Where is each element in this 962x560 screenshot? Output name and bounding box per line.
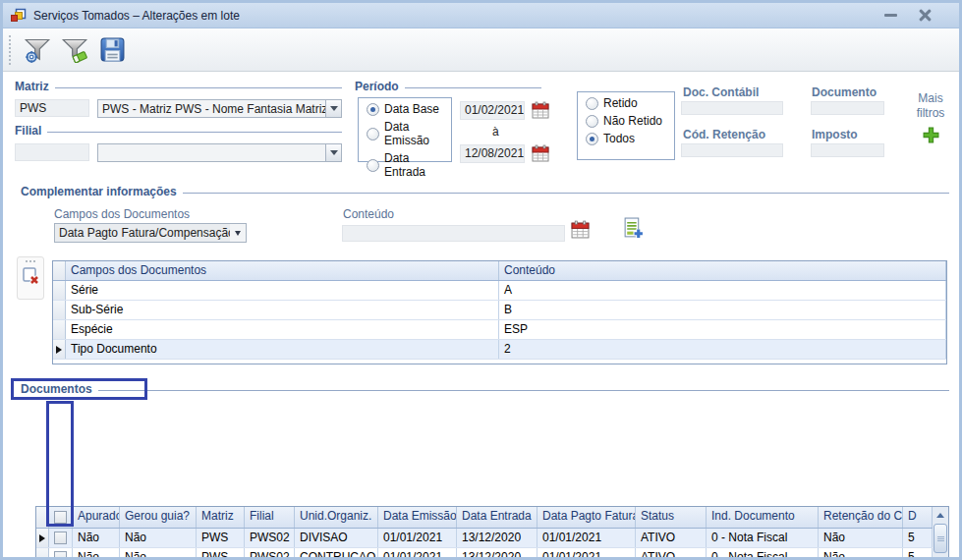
column-header[interactable]: Conteúdo [499,261,946,280]
row-checkbox-cell[interactable] [49,529,73,547]
radio-option-retido[interactable]: Retido [586,96,674,110]
row-checkbox[interactable] [54,532,67,544]
column-header-d[interactable]: D [903,507,933,528]
select-all-checkbox[interactable] [54,511,67,524]
grid-cell[interactable]: B [499,301,946,319]
column-header-data-emissao[interactable]: Data Emissão [378,507,457,528]
campos-grid-row[interactable]: Tipo Documento2 [53,340,946,360]
minimize-button[interactable] [884,14,897,17]
filial-combo[interactable] [97,143,342,162]
grid-cell[interactable]: PWS02 [245,529,295,547]
grid-cell[interactable]: Não [73,548,120,560]
grid-cell[interactable]: CONTRUCAO [295,548,378,560]
campos-grid-row[interactable]: SérieA [53,281,946,301]
column-header-retencao-do-ce[interactable]: Retenção do CE [819,507,903,528]
grid-cell[interactable]: Espécie [66,320,499,339]
vertical-scrollbar[interactable] [933,507,948,560]
scroll-up-button[interactable] [934,508,947,522]
campos-grid-row[interactable]: EspécieESP [53,320,946,340]
grid-cell[interactable]: 0 - Nota Fiscal [707,548,819,560]
save-button[interactable] [95,33,129,67]
documentos-grid-row[interactable]: NãoNãoPWSPWS02CONTRUCAO01/01/202113/12/2… [36,548,933,560]
column-header[interactable]: Campos dos Documentos [66,261,499,280]
conteudo-field[interactable] [342,225,565,242]
remove-row-button[interactable] [21,266,40,290]
grid-cell[interactable]: Série [66,281,499,300]
grid-cell[interactable]: 13/12/2020 [457,548,538,560]
row-selector[interactable] [36,529,49,547]
row-selector[interactable] [53,301,66,319]
radio-option-todos[interactable]: Todos [586,132,674,145]
documento-field[interactable] [811,101,884,115]
radio-icon-nao-retido[interactable] [586,115,598,128]
matriz-code-field[interactable]: PWS [15,99,89,117]
radio-option-data-base[interactable]: Data Base [367,102,451,116]
grid-cell[interactable]: 01/01/2021 [538,548,636,560]
grid-cell[interactable]: 01/01/2021 [378,548,457,560]
grid-cell[interactable]: 01/01/2021 [378,529,457,547]
filter-clear-button[interactable] [58,33,91,67]
grid-cell[interactable]: DIVISAO [295,529,378,547]
radio-icon-retido[interactable] [586,97,598,110]
vertical-scroll-thumb[interactable] [934,524,947,553]
column-header-data-pagto-fatura[interactable]: Data Pagto Fatura [538,507,636,528]
column-header-unid-organiz[interactable]: Unid.Organiz. [295,507,378,528]
close-button[interactable] [919,9,932,22]
radio-option-nao-retido[interactable]: Não Retido [586,114,674,128]
row-selector[interactable] [53,340,66,359]
grid-cell[interactable]: Não [819,548,903,560]
row-selector[interactable] [53,281,66,300]
grid-cell[interactable]: Não [120,548,197,560]
grid-cell[interactable]: 5 [903,529,933,547]
grid-cell[interactable]: Sub-Série [66,301,499,319]
grid-cell[interactable]: 13/12/2020 [457,529,538,547]
mais-filtros-button[interactable] [923,127,939,147]
add-field-button[interactable] [622,217,645,244]
grid-cell[interactable]: 01/01/2021 [538,529,636,547]
grid-cell[interactable]: ESP [499,320,946,339]
grid-cell[interactable]: ATIVO [636,529,707,547]
column-header-filial[interactable]: Filial [245,507,295,528]
column-header-status[interactable]: Status [636,507,707,528]
filial-combo-dropdown-icon[interactable] [325,144,341,161]
date-to-field[interactable]: 12/08/2021 [460,144,525,163]
documentos-grid-row[interactable]: NãoNãoPWSPWS02DIVISAO01/01/202113/12/202… [36,529,933,548]
campos-grid-row[interactable]: Sub-SérieB [53,301,946,320]
imposto-field[interactable] [811,143,884,157]
grid-cell[interactable]: Não [73,529,120,547]
campos-documentos-combo[interactable]: Data Pagto Fatura/Compensação [54,223,247,243]
radio-option-data-entrada[interactable]: Data Entrada [367,151,451,179]
select-all-cell[interactable] [49,507,73,528]
column-header-gerou-guia[interactable]: Gerou guia? [120,507,197,528]
radio-icon-data-base[interactable] [367,103,379,116]
radio-option-data-emissao[interactable]: Data Emissão [367,120,451,147]
date-from-calendar-button[interactable] [532,101,549,123]
grid-cell[interactable]: Tipo Documento [66,340,499,359]
grid-cell[interactable]: PWS [197,548,245,560]
grid-cell[interactable]: A [499,281,946,300]
row-checkbox[interactable] [54,551,67,560]
grid-cell[interactable]: ATIVO [636,548,707,560]
filial-code-field[interactable] [15,143,89,161]
column-header-data-entrada[interactable]: Data Entrada [457,507,538,528]
grid-cell[interactable]: 0 - Nota Fiscal [707,529,819,547]
matriz-combo-dropdown-icon[interactable] [325,100,341,117]
grid-cell[interactable]: PWS [197,529,245,547]
date-from-field[interactable]: 01/02/2021 [460,101,525,120]
grid-cell[interactable]: PWS02 [245,548,295,560]
radio-icon-data-emissao[interactable] [367,128,379,140]
matriz-combo[interactable]: PWS - Matriz PWS - Nome Fantasia Matriz … [97,99,342,118]
column-header-apurado[interactable]: Apurado [73,507,120,528]
row-selector[interactable] [53,320,66,339]
filter-search-button[interactable] [21,33,54,67]
radio-icon-todos[interactable] [586,133,598,145]
grid-cell[interactable]: Não [819,529,903,547]
campos-combo-dropdown-icon[interactable] [230,224,246,242]
conteudo-calendar-button[interactable] [571,220,590,243]
column-header-ind-documento[interactable]: Ind. Documento [707,507,819,528]
radio-icon-data-entrada[interactable] [367,159,379,172]
grid-cell[interactable]: Não [120,529,197,547]
row-selector[interactable] [36,548,49,560]
date-to-calendar-button[interactable] [532,144,549,166]
grid-cell[interactable]: 2 [499,340,946,359]
